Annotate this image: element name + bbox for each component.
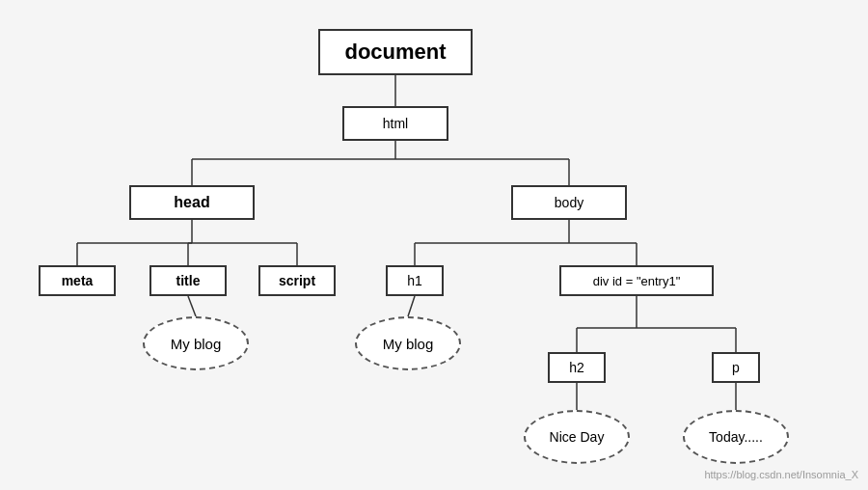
node-document: document bbox=[318, 29, 473, 75]
node-meta: meta bbox=[39, 265, 116, 296]
node-head: head bbox=[129, 185, 255, 220]
ellipse-today: Today..... bbox=[683, 410, 789, 464]
ellipse-myblog-title: My blog bbox=[143, 316, 249, 370]
node-script: script bbox=[258, 265, 336, 296]
svg-line-19 bbox=[408, 296, 415, 316]
diagram: document html head body meta title scrip… bbox=[0, 0, 868, 490]
node-html: html bbox=[342, 106, 448, 141]
ellipse-myblog-h1: My blog bbox=[355, 316, 461, 370]
node-div: div id = "entry1" bbox=[559, 265, 714, 296]
ellipse-niceday: Nice Day bbox=[524, 410, 630, 464]
node-body: body bbox=[511, 185, 627, 220]
svg-line-18 bbox=[188, 296, 196, 316]
node-h1: h1 bbox=[386, 265, 444, 296]
watermark: https://blog.csdn.net/Insomnia_X bbox=[704, 469, 858, 480]
node-p: p bbox=[712, 352, 760, 383]
node-title: title bbox=[149, 265, 227, 296]
node-h2: h2 bbox=[548, 352, 606, 383]
